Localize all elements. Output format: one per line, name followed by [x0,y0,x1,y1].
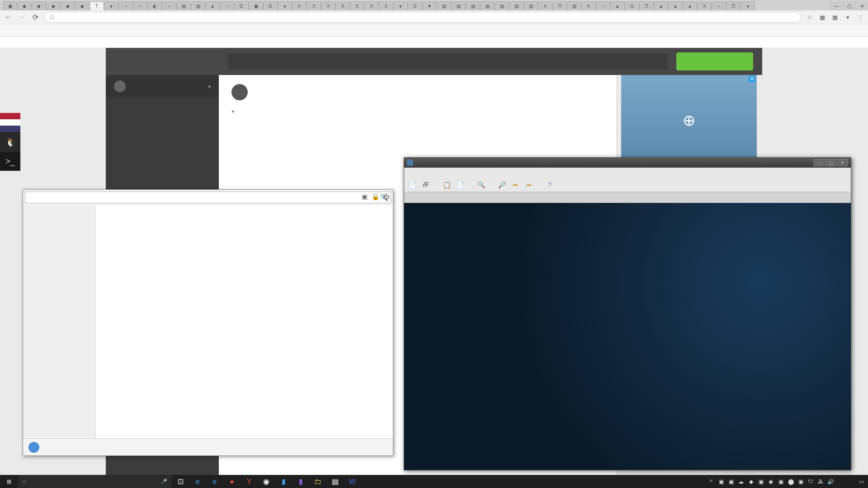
network-icon[interactable]: 🖧 [816,479,826,485]
browser-tab[interactable]: ○ [220,1,234,10]
browser-tab[interactable]: ▤ [509,1,524,10]
zoom-in-icon[interactable]: 🔎 [496,179,507,190]
app-icon[interactable]: ⊡ [172,475,189,488]
browser-tab[interactable]: X [697,1,712,10]
paste-icon[interactable]: 📄 [455,179,466,190]
minimize-button[interactable]: — [830,1,843,10]
browser-tab[interactable]: ● [393,1,408,10]
ext-icon[interactable]: ▦ [818,13,826,21]
browser-tab[interactable]: ○ [118,1,133,10]
tray-icon[interactable]: ◆ [746,479,756,485]
tray-icon[interactable]: ▣ [796,479,806,485]
tray-icon[interactable]: ▣ [756,479,766,485]
browser-tab[interactable]: ● [278,1,292,10]
browser-tab[interactable]: h [538,1,552,10]
tray-icon[interactable]: ▣ [726,479,736,485]
tray-icon[interactable]: ▣ [716,479,726,485]
maximize-button[interactable]: ▢ [843,1,855,10]
browser-tab[interactable]: ○ [596,1,610,10]
browser-tab[interactable]: X [350,1,364,10]
terminal-output[interactable] [404,203,851,470]
maximize-button[interactable]: ▢ [826,159,836,166]
start-button[interactable]: ⊞ [0,475,18,488]
browser-tab[interactable]: ▤ [567,1,581,10]
power-icon[interactable]: ⏻ [382,192,390,201]
star-icon[interactable]: ☆ [806,13,814,21]
browser-tab-active[interactable]: Т [90,1,104,10]
search-icon[interactable]: 🔍 [476,179,486,190]
app-icon[interactable]: ● [223,475,241,488]
site-search[interactable] [228,53,667,70]
chrome-icon[interactable]: ◉ [258,475,275,488]
browser-tab[interactable]: X [307,1,321,10]
taskbar-search[interactable]: ○🎤 [18,475,172,488]
browser-tab[interactable]: ◆ [75,1,90,10]
browser-tab[interactable]: ▤ [480,1,495,10]
start-search-input[interactable] [28,194,380,201]
browser-tab[interactable]: ▤ [176,1,191,10]
new-window-icon[interactable]: 🗗 [420,179,431,190]
ext-icon[interactable]: ▾ [844,13,852,21]
browser-tab[interactable]: ◆ [61,1,75,10]
browser-tab[interactable]: ▣ [249,1,263,10]
browser-tab[interactable]: G [625,1,639,10]
ad-banner[interactable]: ✕ ⊕ [621,75,757,165]
app-icon[interactable]: 🐧 [0,133,20,152]
browser-tab[interactable]: Π [639,1,654,10]
word-icon[interactable]: W [344,475,361,488]
tray-icon[interactable]: ^ [706,479,716,485]
ad-close-icon[interactable]: ✕ [749,76,755,82]
mic-icon[interactable]: 🎤 [160,479,167,485]
browser-tab[interactable]: ▤ [437,1,451,10]
tray-icon[interactable]: ☁ [736,479,746,485]
back-button[interactable]: ← [4,13,13,22]
browser-tab[interactable]: X [364,1,379,10]
edge-icon[interactable]: e [206,475,223,488]
notifications-icon[interactable]: ▭ [856,479,866,485]
tray-icon[interactable]: ◉ [766,479,776,485]
browser-tab[interactable]: ◆ [46,1,61,10]
tray-icon[interactable]: ⬤ [786,479,796,485]
explorer-icon[interactable]: 🗀 [309,475,326,488]
browser-tab[interactable]: ▲ [205,1,220,10]
browser-tab[interactable]: G [234,1,249,10]
browser-tab[interactable]: h [581,1,596,10]
app-icon[interactable]: ▤ [326,475,344,488]
browser-tab[interactable]: ○ [712,1,726,10]
browser-tab[interactable]: ◆ [32,1,46,10]
browser-tab[interactable]: ▤ [524,1,538,10]
browser-tab[interactable]: ▼ [422,1,437,10]
volume-icon[interactable]: 🔊 [826,479,835,485]
sidebar-user[interactable]: ▾ [106,75,219,98]
browser-tab[interactable]: ▤ [495,1,509,10]
browser-tab[interactable]: ◐ [147,1,162,10]
menu-icon[interactable]: ⋮ [856,13,864,21]
browser-tab[interactable]: ▤ [451,1,466,10]
browser-tab[interactable]: ○ [162,1,176,10]
browser-tab[interactable]: G [408,1,422,10]
reload-button[interactable]: ⟳ [31,13,40,22]
browser-tab[interactable]: ● [104,1,118,10]
author-avatar[interactable] [231,84,248,100]
browser-tab[interactable]: ▲ [668,1,683,10]
start-user-row[interactable] [23,438,393,455]
browser-tab[interactable]: ▣ [3,1,17,10]
browser-tab[interactable]: Π [552,1,567,10]
ext-icon[interactable]: ▦ [831,13,839,21]
new-tab-icon[interactable]: 📄 [407,179,418,190]
browser-tab[interactable]: Π [726,1,741,10]
copy-icon[interactable]: 📋 [441,179,452,190]
forward-arrow-icon[interactable]: ➡ [524,179,534,190]
tray-icon[interactable]: 🛡 [806,479,816,485]
terminal-shortcut-icon[interactable]: >_ [0,152,20,171]
browser-tab[interactable]: h [292,1,307,10]
start-search[interactable]: 🔍 [25,192,391,203]
url-input[interactable]: ⓘ [44,12,801,23]
browser-tab[interactable]: ◆ [17,1,32,10]
tray-icon[interactable]: ▣ [776,479,786,485]
help-icon[interactable]: ? [544,179,555,190]
terminal-titlebar[interactable]: —▢✕ [404,158,851,168]
lock-icon[interactable]: 🔒 [371,192,379,201]
vs-icon[interactable]: ▮ [292,475,309,488]
back-arrow-icon[interactable]: ⬅ [510,179,521,190]
